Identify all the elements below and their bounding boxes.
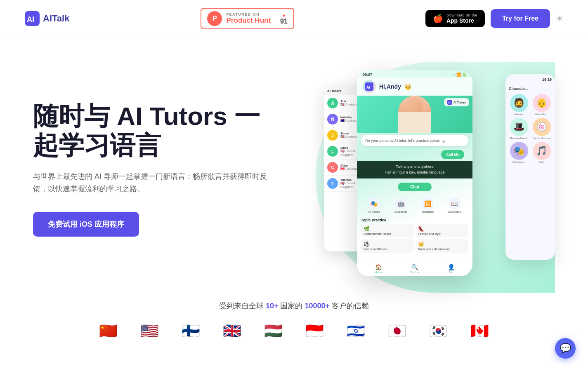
try-free-button[interactable]: Try for Free (491, 9, 550, 28)
theme-toggle-button[interactable]: ☀ (556, 14, 563, 23)
topic-card[interactable]: ⚽Sports and fitness (361, 239, 414, 253)
character-name: Bach (539, 161, 545, 163)
character-item[interactable]: 🎭 Character... (509, 142, 529, 163)
header: AI AITalk P FEATURED ON Product Hunt ▲ 9… (0, 0, 588, 37)
ph-logo-icon: P (207, 11, 222, 26)
tutor-image: AI AI Tutors (357, 96, 472, 133)
flag-item: 🇨🇦 (465, 321, 494, 341)
topics-grid: 🌿Environmental issues👠Fashion and style⚽… (361, 224, 468, 253)
call-me-button[interactable]: Call Me (441, 150, 464, 159)
character-item[interactable]: 👴 Albert Ein... (531, 94, 552, 115)
character-icon-item[interactable]: 🤖 Character (394, 198, 407, 213)
flag-item: 🇰🇷 (424, 321, 453, 341)
character-item[interactable]: 🎩 Abraham Lincoln (509, 118, 529, 139)
phone-main: 09:07 → 📶 🔋 AI Hi,Andy 👑 (357, 70, 472, 276)
character-item[interactable]: 🍥 Naruto Uzumaki (531, 118, 552, 139)
topic-card[interactable]: 🌿Environmental issues (361, 224, 414, 237)
flag-item: 🇬🇧 (218, 321, 247, 341)
character-name: Aristotle (515, 113, 524, 115)
right-phone-time: 19:19 (542, 77, 552, 82)
status-bar: 09:07 → 📶 🔋 (357, 70, 472, 77)
bottom-nav: 🏠 Home 🔍 Explore 👤 Me (357, 261, 472, 276)
flag-item: 🇭🇺 (259, 321, 288, 341)
header-actions: 🍎 Download on the App Store Try for Free… (425, 9, 563, 28)
customers-highlight: 10000+ (305, 302, 330, 310)
ph-name-label: Product Hunt (226, 16, 271, 25)
countries-highlight: 10+ (266, 302, 279, 310)
logo-text: AITalk (43, 13, 69, 24)
ph-featured-label: FEATURED ON (226, 12, 271, 16)
character-name: Albert Ein... (535, 113, 548, 115)
topic-section: Topic Practice 🌿Environmental issues👠Fas… (357, 216, 472, 254)
explore-icon: 🔍 (411, 264, 418, 270)
chat-button[interactable]: Chat (398, 183, 432, 191)
trust-title: 受到来自全球 10+ 国家的 10000+ 客户的信赖 (0, 301, 588, 311)
phone-screen: 09:07 → 📶 🔋 AI Hi,Andy 👑 (357, 70, 472, 276)
appstore-button[interactable]: 🍎 Download on the App Store (425, 10, 485, 27)
hero-mockup: AI Tutors 📶 🔋 A Aria 🇺🇸 America ● N Nata… (324, 62, 555, 276)
signal-icons: → 📶 🔋 (452, 73, 467, 77)
dictionary-icon-item[interactable]: 📖 Dictionary (448, 198, 461, 213)
character-avatar: 🍥 (533, 118, 551, 136)
character-avatar: 🧔 (510, 94, 528, 112)
svg-text:AI: AI (366, 85, 370, 89)
ai-tutors-icon-item[interactable]: 🎭 AI Tutors (368, 198, 380, 213)
half-hour-text: Half an hour a day, master language (360, 170, 469, 176)
discord-fab-button[interactable]: 💬 (555, 338, 576, 359)
translate-icon-item[interactable]: 🈶 Translate (422, 198, 434, 213)
character-name: Character... (512, 161, 525, 163)
contact-avatar: C (327, 162, 338, 173)
contacts-title: AI Tutors (327, 89, 342, 93)
nav-explore[interactable]: 🔍 Explore (410, 264, 420, 274)
contact-avatar: L (327, 146, 338, 157)
ph-vote-count: 91 (280, 18, 288, 25)
character-avatar: 🎵 (533, 142, 551, 160)
logo[interactable]: AI AITalk (25, 11, 69, 26)
hero-section: 随时与 AI Tutors 一起学习语言 与世界上最先进的 AI 导师一起掌握一… (0, 37, 588, 293)
product-hunt-badge[interactable]: P FEATURED ON Product Hunt ▲ 91 (201, 8, 294, 29)
hero-title: 随时与 AI Tutors 一起学习语言 (33, 101, 272, 160)
flags-row: 🇨🇳🇺🇸🇫🇮🇬🇧🇭🇺🇮🇩🇮🇱🇯🇵🇰🇷🇨🇦 (0, 321, 588, 341)
contact-avatar: A (327, 98, 338, 108)
appstore-main-label: App Store (446, 17, 477, 24)
character-item[interactable]: 🧔 Aristotle (509, 94, 529, 115)
trust-section: 受到来自全球 10+ 国家的 10000+ 客户的信赖 🇨🇳🇺🇸🇫🇮🇬🇧🇭🇺🇮🇩… (0, 293, 588, 354)
character-avatar: 👴 (533, 94, 551, 112)
phone-characters: 19:19 Characte... 🧔 Aristotle 👴 Albert E… (505, 74, 555, 260)
ph-arrow-icon: ▲ (281, 12, 286, 18)
ai-message-bubble: I'm your personal AI tutor, let's practi… (361, 135, 468, 146)
character-name: Naruto Uzumaki (533, 137, 550, 139)
flag-item: 🇺🇸 (135, 321, 164, 341)
talk-banner: Talk anytime,anywhere Half an hour a day… (357, 161, 472, 178)
topic-card[interactable]: 👑Music and entertainment (416, 239, 468, 253)
talk-anytime-text: Talk anytime,anywhere (360, 164, 469, 170)
flag-item: 🇮🇱 (342, 321, 371, 341)
character-item[interactable]: 🎵 Bach (531, 142, 552, 163)
topic-card[interactable]: 👠Fashion and style (416, 224, 468, 237)
chat-greeting: Hi,Andy (379, 83, 401, 90)
hero-cta-button[interactable]: 免费试用 iOS 应用程序 (33, 212, 139, 237)
flag-item: 🇮🇩 (300, 321, 329, 341)
contact-avatar: T (327, 178, 338, 189)
topic-section-title: Topic Practice (361, 218, 468, 222)
flag-item: 🇯🇵 (383, 321, 412, 341)
svg-text:AI: AI (27, 15, 34, 23)
flag-item: 🇫🇮 (177, 321, 205, 341)
contact-avatar: N (327, 114, 338, 124)
nav-home[interactable]: 🏠 Home (375, 264, 383, 274)
discord-icon: 💬 (560, 343, 571, 354)
appstore-sub-label: Download on the (446, 13, 477, 17)
logo-icon: AI (25, 11, 40, 26)
home-icon: 🏠 (375, 264, 382, 270)
phone-time: 09:07 (363, 73, 372, 77)
hero-subtitle: 与世界上最先进的 AI 导师一起掌握一门新语言：畅所欲言并获得即时反馈，以快速掌… (33, 170, 272, 195)
nav-me[interactable]: 👤 Me (448, 264, 455, 274)
right-phone-header: 19:19 (505, 74, 555, 85)
apple-icon: 🍎 (433, 14, 443, 23)
contact-avatar: J (327, 130, 338, 141)
characters-grid: 🧔 Aristotle 👴 Albert Ein... 🎩 Abraham Li… (505, 92, 555, 165)
svg-text:AI: AI (448, 102, 450, 104)
hero-content: 随时与 AI Tutors 一起学习语言 与世界上最先进的 AI 导师一起掌握一… (33, 101, 272, 237)
character-name: Abraham Lincoln (510, 137, 528, 139)
feature-icons-row: 🎭 AI Tutors 🤖 Character 🈶 Translate 📖 Di… (357, 195, 472, 216)
